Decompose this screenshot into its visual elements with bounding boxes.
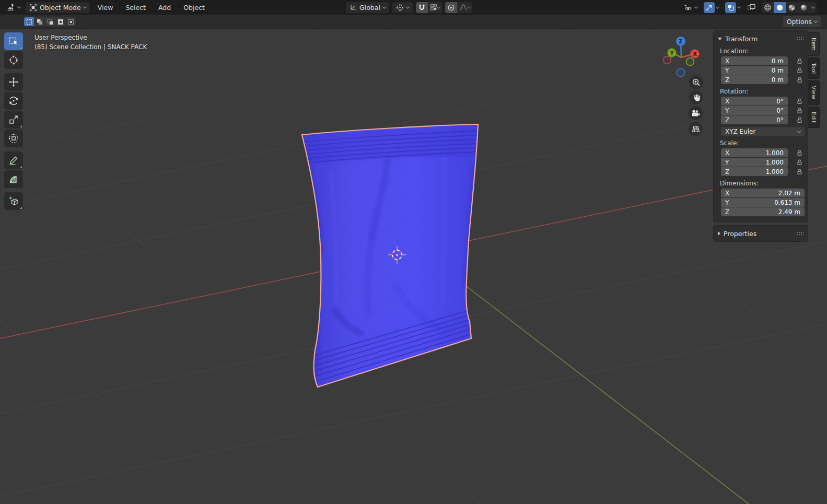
proportional-editing-toggle[interactable] (445, 2, 457, 13)
rotation-x-field[interactable]: X 0° (721, 97, 788, 106)
3d-viewport[interactable]: User Perspective (85) Scene Collection |… (0, 29, 827, 504)
chevron-down-icon (737, 5, 741, 8)
rotation-z-field[interactable]: Z 0° (721, 115, 788, 124)
shading-wireframe-button[interactable] (762, 2, 774, 13)
snap-target-dropdown[interactable] (428, 2, 442, 13)
unlock-icon (796, 159, 803, 166)
tool-transform[interactable] (4, 130, 23, 147)
tool-cursor[interactable] (4, 51, 23, 69)
shading-material-button[interactable] (786, 2, 798, 13)
location-x-field[interactable]: X 0 m (721, 56, 788, 65)
measure-icon (8, 174, 19, 184)
perspective-toggle-button[interactable] (689, 122, 703, 136)
shading-mode-group (762, 2, 817, 13)
panel-drag-handle[interactable] (796, 231, 803, 236)
object-mode-icon (29, 4, 37, 11)
tab-view[interactable]: View (808, 80, 820, 104)
menu-add[interactable]: Add (154, 2, 176, 13)
location-y-field[interactable]: Y 0 m (721, 66, 788, 75)
location-x-lock[interactable] (796, 57, 803, 64)
menu-select[interactable]: Select (121, 2, 150, 13)
pivot-point-dropdown[interactable] (392, 2, 413, 13)
tool-add-cube[interactable] (4, 192, 23, 210)
properties-panel-title: Properties (724, 230, 756, 238)
rotation-x-lock[interactable] (796, 98, 803, 104)
tool-measure[interactable] (4, 170, 23, 188)
shading-rendered-button[interactable] (798, 2, 810, 13)
shading-dropdown[interactable] (810, 2, 817, 13)
gizmo-axis-negy[interactable] (686, 58, 694, 66)
tool-settings-bar: Options (0, 15, 827, 29)
snap-toggle[interactable] (416, 2, 428, 13)
tool-move[interactable] (4, 73, 23, 91)
select-mode-intersect[interactable] (66, 17, 76, 26)
rotation-z-lock[interactable] (796, 116, 803, 123)
scale-z-field[interactable]: Z 1.000 (721, 167, 788, 176)
gizmo-axis-negx[interactable] (663, 56, 671, 64)
tool-rotate[interactable] (4, 92, 23, 110)
select-set-icon (26, 19, 32, 25)
gizmo-axis-z[interactable]: Z (676, 37, 685, 46)
rotation-y-field[interactable]: Y 0° (721, 106, 788, 115)
options-button[interactable]: Options (783, 16, 821, 27)
dimensions-y-field[interactable]: Y 0.613 m (721, 198, 805, 207)
gizmo-nav-icon (705, 4, 713, 11)
panel-drag-handle[interactable] (796, 37, 803, 41)
tool-scale[interactable] (4, 111, 23, 128)
scale-y-lock[interactable] (796, 159, 803, 166)
scale-z-lock[interactable] (796, 168, 803, 175)
falloff-dropdown[interactable] (457, 2, 472, 13)
location-y-lock[interactable] (796, 67, 803, 74)
select-subtract-icon (47, 19, 53, 25)
location-z-lock[interactable] (796, 76, 803, 83)
dimensions-z-field[interactable]: Z 2.49 m (721, 207, 805, 216)
solid-sphere-icon (776, 4, 784, 11)
gizmo-axis-y[interactable]: Y (668, 49, 677, 57)
select-mode-subtract[interactable] (45, 17, 55, 26)
shading-solid-button[interactable] (774, 2, 786, 13)
transform-panel-title: Transform (725, 35, 758, 43)
show-object-types-dropdown[interactable] (682, 2, 698, 13)
zoom-button[interactable] (689, 75, 703, 89)
mode-dropdown[interactable]: Object Mode (26, 2, 90, 13)
pan-button[interactable] (689, 90, 703, 104)
gizmo-axis-x[interactable]: X (691, 50, 700, 58)
tool-select-box[interactable] (4, 32, 23, 50)
tab-tool[interactable]: Tool (808, 57, 820, 79)
select-mode-invert[interactable] (55, 17, 65, 26)
scale-label: Scale: (714, 136, 808, 148)
add-cube-icon (8, 196, 19, 206)
scale-y-field[interactable]: Y 1.000 (721, 158, 788, 167)
rotation-mode-dropdown[interactable]: XYZ Euler (721, 127, 805, 136)
gizmos-toggle[interactable] (704, 2, 715, 13)
svg-text:Y: Y (669, 50, 674, 56)
select-mode-extend[interactable] (34, 17, 44, 26)
xray-toggle[interactable] (746, 2, 758, 13)
camera-view-button[interactable] (689, 106, 703, 120)
orientation-dropdown[interactable]: Global (346, 2, 389, 13)
transform-panel-header[interactable]: Transform (714, 33, 808, 44)
mode-label: Object Mode (40, 4, 81, 11)
scale-x-field[interactable]: X 1.000 (721, 148, 788, 157)
menu-object[interactable]: Object (179, 2, 209, 13)
axis-gizmo[interactable]: Z Y X (659, 32, 706, 79)
unlock-icon (796, 149, 803, 156)
unlock-icon (796, 76, 803, 83)
gizmo-axis-negz[interactable] (677, 69, 685, 77)
view-perspective-label: User Perspective (34, 33, 147, 42)
dimensions-x-field[interactable]: X 2.02 m (721, 189, 805, 197)
rotation-y-lock[interactable] (796, 107, 803, 114)
properties-panel-header[interactable]: Properties (714, 228, 808, 239)
cursor-tool-icon (8, 55, 19, 65)
location-z-field[interactable]: Z 0 m (721, 75, 788, 84)
overlays-toggle[interactable] (725, 2, 736, 13)
active-object-label: (85) Scene Collection | SNACK PACK (34, 42, 147, 52)
tab-item[interactable]: Item (808, 32, 820, 56)
menu-view[interactable]: View (93, 2, 118, 13)
chevron-down-icon (17, 5, 21, 8)
editor-type-button[interactable] (4, 2, 22, 13)
tool-annotate[interactable] (4, 151, 23, 169)
tab-edit[interactable]: Edit (808, 107, 820, 128)
select-mode-set[interactable] (24, 17, 34, 26)
scale-x-lock[interactable] (796, 149, 803, 156)
